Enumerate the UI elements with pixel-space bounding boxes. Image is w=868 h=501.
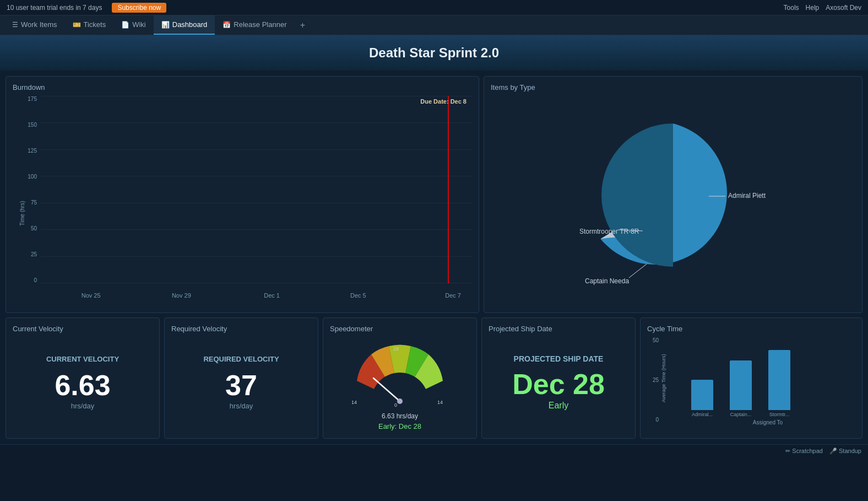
tab-wiki-label: Wiki [132,20,146,29]
current-velocity-content: CURRENT VELOCITY 6.63 hrs/day [13,337,153,428]
cycle-bar-captain: Captain... [730,360,752,417]
subscribe-button[interactable]: Subscribe now [112,3,166,13]
burndown-card: Burndown 175 150 125 [6,76,479,313]
tab-release-planner[interactable]: 📅 Release Planner [215,15,294,35]
required-velocity-title: Required Velocity [171,325,311,333]
user-menu[interactable]: Axosoft Dev [826,4,861,12]
y-label-50: 50 [31,225,37,231]
speedometer-card: Speedometer [323,317,477,439]
projected-ship-content: PROJECTED SHIP DATE Dec 28 Early [489,337,628,428]
cycle-x-label: Assigned To [680,419,855,425]
cycle-y-50: 50 [653,337,659,343]
cycle-y-0: 0 [655,417,659,423]
required-velocity-content: REQUIRED VELOCITY 37 hrs/day [171,337,311,428]
svg-text:14: 14 [351,400,357,405]
y-label-175: 175 [28,96,37,102]
pie-chart-container: Stormtrooper TR-8R Admiral Piett Captain… [491,96,855,294]
release-planner-icon: 📅 [223,21,231,29]
burndown-title: Burndown [13,83,472,91]
page-title: Death Star Sprint 2.0 [10,45,858,61]
required-velocity-unit: hrs/day [230,402,253,410]
x-label-nov25: Nov 25 [46,292,136,299]
svg-text:0: 0 [394,402,397,408]
speedometer-value: 6.63 hrs/day [382,412,418,420]
tab-wiki[interactable]: 📄 Wiki [113,15,154,35]
y-label-25: 25 [31,251,37,257]
pie-label-captain: Captain Needa [585,277,629,285]
burndown-chart: 175 150 125 100 75 50 25 0 Time (hrs) [13,96,472,300]
y-label-150: 150 [28,122,37,128]
svg-point-2 [397,398,403,404]
nav-tabs: ☰ Work Items 🎫 Tickets 📄 Wiki 📊 Dashboar… [0,15,868,35]
speedometer-title: Speedometer [330,325,470,333]
tab-release-planner-label: Release Planner [234,20,286,29]
tab-dashboard[interactable]: 📊 Dashboard [154,15,215,35]
required-velocity-metric-title: REQUIRED VELOCITY [203,355,279,363]
help-menu[interactable]: Help [806,4,820,12]
cycle-y-axis: 50 25 0 [647,337,661,423]
speedometer-container: 14 14 28 0 6.63 hrs/day Early: Dec 28 [330,337,470,434]
cycle-time-card: Cycle Time 50 25 0 Average Time (Hours) … [640,317,862,439]
cycle-bars: Admiral... Captain... Stormtr... [680,337,855,417]
row-bottom: Current Velocity CURRENT VELOCITY 6.63 h… [6,317,862,439]
pie-connector-captain [629,264,647,278]
standup-button[interactable]: 🎤 Standup [829,448,861,455]
x-label-nov29: Nov 29 [136,292,226,299]
y-label-0: 0 [34,277,37,283]
due-date-line [448,96,449,283]
cycle-bar-stormtrooper: Stormtr... [768,350,790,417]
speedometer-svg: 14 14 28 0 [345,341,455,412]
due-date-label: Due Date: Dec 8 [420,98,466,105]
y-label-125: 125 [28,148,37,154]
add-tab-button[interactable]: + [296,19,308,31]
required-velocity-value: 37 [225,370,257,401]
current-velocity-card: Current Velocity CURRENT VELOCITY 6.63 h… [6,317,160,439]
top-right-nav: Tools Help Axosoft Dev [784,4,861,12]
projected-ship-metric-title: PROJECTED SHIP DATE [514,354,604,363]
y-label-100: 100 [28,174,37,180]
work-items-icon: ☰ [12,21,18,29]
items-by-type-card: Items by Type Stormtrooper TR-8R Admiral… [484,76,862,313]
top-bar: 10 user team trial ends in 7 days Subscr… [0,0,868,15]
projected-ship-status: Early [549,401,568,411]
current-velocity-title: Current Velocity [13,325,153,333]
scratchpad-button[interactable]: ✏ Scratchpad [785,448,823,455]
svg-text:28: 28 [393,346,399,352]
cycle-y-25: 25 [653,377,659,383]
dashboard: Burndown 175 150 125 [0,71,868,444]
pie-label-admiral: Admiral Piett [728,192,766,200]
current-velocity-value: 6.63 [55,370,110,401]
speedometer-early-label: Early: Dec 28 [378,422,421,430]
tab-tickets-label: Tickets [84,20,106,29]
required-velocity-card: Required Velocity REQUIRED VELOCITY 37 h… [164,317,318,439]
tab-dashboard-label: Dashboard [172,20,208,29]
bottom-bar: ✏ Scratchpad 🎤 Standup [0,444,868,457]
pie-chart: Stormtrooper TR-8R Admiral Piett Captain… [557,101,789,289]
tab-tickets[interactable]: 🎫 Tickets [65,15,114,35]
x-label-dec5: Dec 5 [317,292,399,299]
y-label-75: 75 [31,200,37,206]
projected-ship-date: Dec 28 [512,368,605,401]
items-by-type-title: Items by Type [491,83,855,91]
pie-label-stormtrooper: Stormtrooper TR-8R [579,228,639,235]
page-header: Death Star Sprint 2.0 [0,35,868,71]
trial-text: 10 user team trial ends in 7 days [7,4,102,12]
current-velocity-metric-title: CURRENT VELOCITY [46,355,119,363]
projected-ship-date-card: Projected Ship Date PROJECTED SHIP DATE … [481,317,636,439]
cycle-time-title: Cycle Time [647,325,855,333]
tab-work-items-label: Work Items [21,20,57,29]
cycle-y-axis-title: Average Time (Hours) [661,369,666,402]
svg-text:14: 14 [437,400,443,405]
tab-work-items[interactable]: ☰ Work Items [4,15,65,35]
tickets-icon: 🎫 [73,21,81,29]
dashboard-icon: 📊 [161,21,170,29]
y-axis: 175 150 125 100 75 50 25 0 [13,96,40,283]
current-velocity-unit: hrs/day [71,402,95,410]
cycle-time-chart-area: 50 25 0 Average Time (Hours) Admiral... … [647,337,855,434]
x-label-dec7: Dec 7 [399,292,466,299]
row-top: Burndown 175 150 125 [6,76,862,313]
cycle-bar-admiral: Admiral... [691,380,713,417]
projected-ship-date-title: Projected Ship Date [489,325,628,333]
tools-menu[interactable]: Tools [784,4,799,12]
wiki-icon: 📄 [121,21,129,29]
